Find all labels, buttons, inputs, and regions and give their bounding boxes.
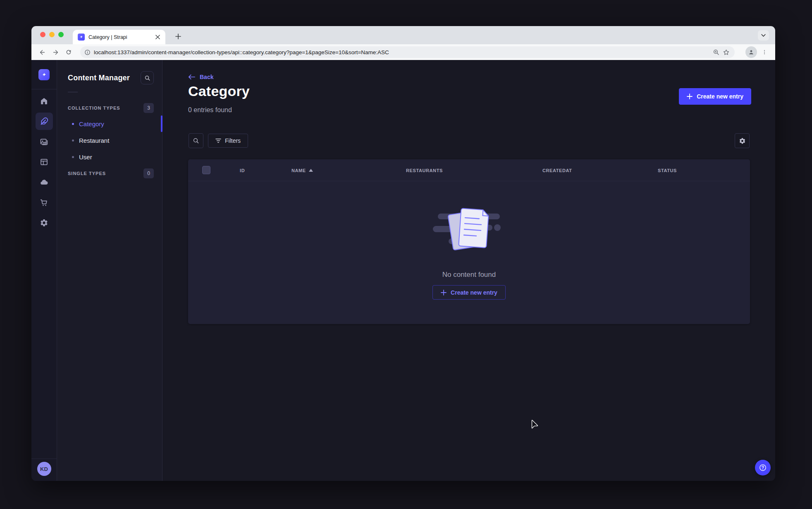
bookmark-star-icon[interactable] [723,49,730,56]
divider [68,92,78,92]
main-content: Back Category 0 entries found Create new… [162,60,775,481]
content-manager-icon[interactable] [36,113,53,130]
collection-types-label: COLLECTION TYPES [68,106,120,110]
page-title: Category [188,83,250,99]
column-header-name[interactable]: NAME [291,159,313,181]
filter-icon [215,138,221,143]
forward-icon[interactable] [50,46,61,58]
subnav-item-user[interactable]: User [57,149,162,165]
entries-count: 0 entries found [188,106,232,114]
select-all-checkbox[interactable] [202,166,210,174]
window-controls [40,32,64,37]
single-types-count-badge: 0 [143,168,154,178]
marketplace-icon[interactable] [36,194,53,211]
user-avatar[interactable]: KD [37,462,51,476]
subnav-item-category[interactable]: Category [57,115,162,132]
new-tab-button[interactable] [172,31,184,42]
zoom-icon[interactable] [713,49,719,55]
tab-strip: Category | Strapi [31,26,775,44]
page-info-icon[interactable] [84,49,91,55]
content-manager-subnav: Content Manager COLLECTION TYPES 3 Categ… [57,60,162,481]
empty-state: No content found Create new entry [188,181,750,324]
back-icon[interactable] [36,46,48,58]
divider [31,89,57,89]
maximize-window-button[interactable] [58,32,64,37]
kebab-menu-icon[interactable] [759,46,770,58]
strapi-favicon [78,34,85,41]
url-text[interactable]: localhost:1337/admin/content-manager/col… [94,49,709,55]
minimize-window-button[interactable] [49,32,55,37]
back-link[interactable]: Back [188,74,213,80]
entries-table-card: ID NAME RESTAURANTS CREATEDAT STATUS [188,159,750,324]
subnav-item-restaurant[interactable]: Restaurant [57,132,162,149]
content-type-builder-icon[interactable] [36,153,53,170]
help-button[interactable] [755,460,771,475]
media-library-icon[interactable] [36,133,53,150]
address-bar[interactable]: localhost:1337/admin/content-manager/col… [80,46,735,58]
empty-state-message: No content found [442,271,496,279]
arrow-left-icon [188,74,195,80]
close-tab-icon[interactable] [154,34,161,41]
sort-ascending-icon[interactable] [309,169,313,172]
bullet-icon [72,123,74,125]
column-header-id[interactable]: ID [240,159,245,181]
home-icon[interactable] [36,92,53,110]
main-nav-rail: KD [31,60,57,481]
collection-types-count-badge: 3 [143,103,154,113]
tab-search-chevron-icon[interactable] [758,30,769,41]
browser-toolbar: localhost:1337/admin/content-manager/col… [31,44,775,60]
cloud-icon[interactable] [36,173,53,191]
column-header-status[interactable]: STATUS [658,159,677,181]
close-window-button[interactable] [40,32,45,37]
subnav-title: Content Manager [68,74,130,82]
bullet-icon [72,139,74,142]
strapi-admin-app: KD Content Manager COLLECTION TYPES 3 Ca… [31,60,775,481]
settings-icon[interactable] [36,214,53,231]
filters-button[interactable]: Filters [208,134,248,148]
browser-window: Category | Strapi localhost:1337/admin/c… [31,26,775,481]
profile-icon[interactable] [745,46,757,58]
column-header-restaurants[interactable]: RESTAURANTS [406,159,443,181]
search-icon[interactable] [141,71,154,84]
tab-title: Category | Strapi [88,34,150,40]
question-mark-icon [759,463,767,472]
plus-icon [687,94,693,99]
browser-tab[interactable]: Category | Strapi [73,30,165,44]
search-icon[interactable] [189,133,203,148]
strapi-logo[interactable] [38,69,50,80]
divider [31,459,57,459]
mouse-cursor [530,419,540,430]
empty-create-new-entry-button[interactable]: Create new entry [432,285,506,300]
column-header-createdat[interactable]: CREATEDAT [542,159,572,181]
create-new-entry-button[interactable]: Create new entry [679,88,751,105]
bullet-icon [72,156,74,158]
reload-icon[interactable] [63,46,74,58]
gear-icon[interactable] [735,133,750,148]
table-header-row: ID NAME RESTAURANTS CREATEDAT STATUS [188,159,750,181]
plus-icon [441,290,447,295]
single-types-label: SINGLE TYPES [68,171,106,176]
empty-documents-illustration [432,205,506,256]
